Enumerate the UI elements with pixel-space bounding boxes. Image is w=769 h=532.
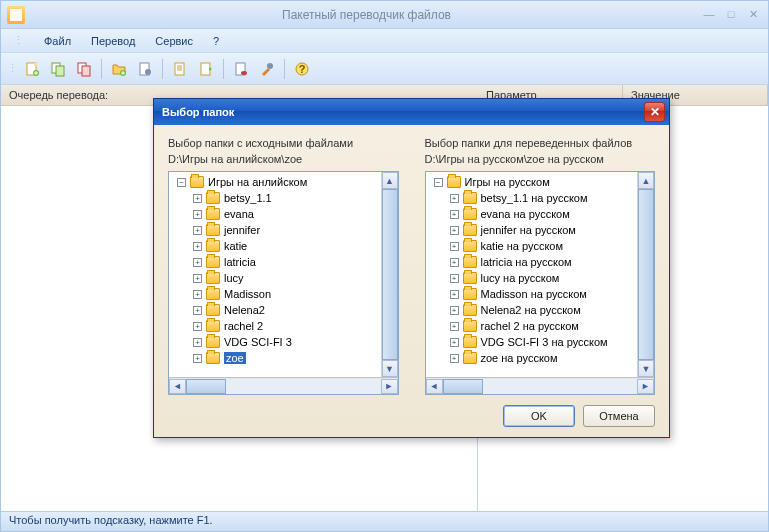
expand-icon[interactable]: +: [193, 210, 202, 219]
menu-file[interactable]: Файл: [40, 33, 75, 49]
svg-text:?: ?: [299, 63, 306, 75]
tree-item[interactable]: +rachel 2: [169, 318, 398, 334]
tree-item[interactable]: +Madisson на русском: [426, 286, 655, 302]
hscrollbar[interactable]: ◄ ►: [426, 377, 655, 394]
source-label: Выбор папки с исходными файлами: [168, 137, 399, 149]
source-tree[interactable]: −Игры на анлийском+betsy_1.1+evana+jenni…: [168, 171, 399, 395]
scroll-down-icon[interactable]: ▼: [638, 360, 654, 377]
expand-icon[interactable]: +: [450, 338, 459, 347]
collapse-icon[interactable]: −: [177, 178, 186, 187]
folder-label: jennifer: [224, 224, 260, 236]
tree-item[interactable]: +katie на русском: [426, 238, 655, 254]
expand-icon[interactable]: +: [193, 226, 202, 235]
svg-point-14: [267, 63, 273, 69]
hscrollbar[interactable]: ◄ ►: [169, 377, 398, 394]
tree-item[interactable]: +zoe на русском: [426, 350, 655, 366]
expand-icon[interactable]: +: [193, 338, 202, 347]
folder-icon: [206, 240, 220, 252]
scroll-down-icon[interactable]: ▼: [382, 360, 398, 377]
help-icon[interactable]: ?: [290, 57, 314, 81]
tree-item[interactable]: +VDG SCI-FI 3 на русском: [426, 334, 655, 350]
dialog-close-button[interactable]: ✕: [644, 102, 665, 122]
tree-item[interactable]: +lucy: [169, 270, 398, 286]
scroll-up-icon[interactable]: ▲: [382, 172, 398, 189]
folder-icon: [463, 272, 477, 284]
expand-icon[interactable]: +: [193, 258, 202, 267]
expand-icon[interactable]: +: [193, 322, 202, 331]
expand-icon[interactable]: +: [193, 274, 202, 283]
tree-item[interactable]: +VDG SCI-FI 3: [169, 334, 398, 350]
expand-icon[interactable]: +: [450, 290, 459, 299]
copy-icon[interactable]: [46, 57, 70, 81]
cancel-button[interactable]: Отмена: [583, 405, 655, 427]
tree-item[interactable]: +lucy на русском: [426, 270, 655, 286]
target-tree[interactable]: −Игры на русском+betsy_1.1 на русском+ev…: [425, 171, 656, 395]
tree-item[interactable]: +rachel 2 на русском: [426, 318, 655, 334]
expand-icon[interactable]: +: [450, 258, 459, 267]
ok-button[interactable]: OK: [503, 405, 575, 427]
window-title: Пакетный переводчик файлов: [33, 8, 700, 22]
maximize-button[interactable]: □: [722, 7, 740, 23]
page-arrow-icon[interactable]: [194, 57, 218, 81]
tree-item[interactable]: +Nelena2: [169, 302, 398, 318]
collapse-icon[interactable]: −: [434, 178, 443, 187]
tree-item[interactable]: +jennifer: [169, 222, 398, 238]
scroll-left-icon[interactable]: ◄: [169, 379, 186, 394]
folder-icon: [206, 224, 220, 236]
folder-label: lucy: [224, 272, 244, 284]
tree-item[interactable]: +jennifer на русском: [426, 222, 655, 238]
svg-rect-4: [56, 66, 64, 76]
folder-label: latricia на русском: [481, 256, 572, 268]
expand-icon[interactable]: +: [450, 194, 459, 203]
tree-item[interactable]: +Madisson: [169, 286, 398, 302]
expand-icon[interactable]: +: [193, 194, 202, 203]
settings-doc-icon[interactable]: [133, 57, 157, 81]
scroll-up-icon[interactable]: ▲: [638, 172, 654, 189]
expand-icon[interactable]: +: [450, 354, 459, 363]
expand-icon[interactable]: +: [193, 354, 202, 363]
tree-item[interactable]: +betsy_1.1: [169, 190, 398, 206]
tree-item[interactable]: +evana: [169, 206, 398, 222]
dialog-title-bar[interactable]: Выбор папок ✕: [154, 99, 669, 125]
new-doc-icon[interactable]: [20, 57, 44, 81]
tree-item[interactable]: +betsy_1.1 на русском: [426, 190, 655, 206]
doc-db-icon[interactable]: [229, 57, 253, 81]
folder-icon: [463, 208, 477, 220]
menu-translate[interactable]: Перевод: [87, 33, 139, 49]
expand-icon[interactable]: +: [193, 290, 202, 299]
tree-item[interactable]: +Nelena2 на русском: [426, 302, 655, 318]
scroll-right-icon[interactable]: ►: [381, 379, 398, 394]
expand-icon[interactable]: +: [450, 274, 459, 283]
folder-label: katie на русском: [481, 240, 564, 252]
menu-help[interactable]: ?: [209, 33, 223, 49]
vscrollbar[interactable]: ▲ ▼: [381, 172, 398, 377]
folder-icon: [463, 336, 477, 348]
tree-root[interactable]: −Игры на русском: [426, 174, 655, 190]
paste-icon[interactable]: [72, 57, 96, 81]
tree-root[interactable]: −Игры на анлийском: [169, 174, 398, 190]
close-button[interactable]: ✕: [744, 7, 762, 23]
expand-icon[interactable]: +: [450, 210, 459, 219]
menu-service[interactable]: Сервис: [151, 33, 197, 49]
menu-bar: ⋮ Файл Перевод Сервис ?: [1, 29, 768, 53]
vscrollbar[interactable]: ▲ ▼: [637, 172, 654, 377]
folder-label: katie: [224, 240, 247, 252]
page-icon[interactable]: [168, 57, 192, 81]
minimize-button[interactable]: —: [700, 7, 718, 23]
folder-icon[interactable]: [107, 57, 131, 81]
expand-icon[interactable]: +: [450, 226, 459, 235]
scroll-right-icon[interactable]: ►: [637, 379, 654, 394]
folder-icon: [206, 304, 220, 316]
tree-item[interactable]: +zoe: [169, 350, 398, 366]
tree-item[interactable]: +latricia: [169, 254, 398, 270]
expand-icon[interactable]: +: [450, 242, 459, 251]
expand-icon[interactable]: +: [193, 306, 202, 315]
expand-icon[interactable]: +: [450, 306, 459, 315]
expand-icon[interactable]: +: [450, 322, 459, 331]
tree-item[interactable]: +latricia на русском: [426, 254, 655, 270]
scroll-left-icon[interactable]: ◄: [426, 379, 443, 394]
expand-icon[interactable]: +: [193, 242, 202, 251]
tree-item[interactable]: +evana на русском: [426, 206, 655, 222]
tools-icon[interactable]: [255, 57, 279, 81]
tree-item[interactable]: +katie: [169, 238, 398, 254]
